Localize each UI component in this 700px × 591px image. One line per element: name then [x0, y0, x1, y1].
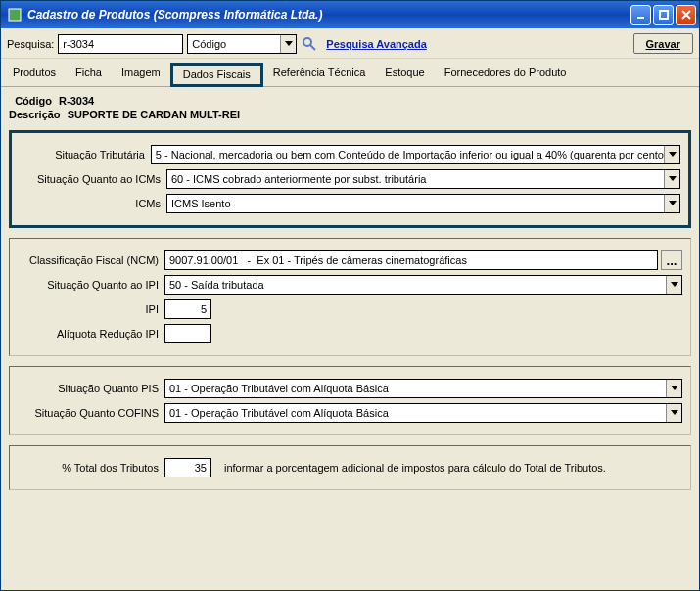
ncm-input[interactable]: [164, 250, 658, 270]
svg-marker-13: [671, 410, 678, 415]
chevron-down-icon: [666, 276, 681, 294]
descricao-line: Descrição SUPORTE DE CARDAN MULT-REI: [9, 109, 691, 120]
aliquota-reducao-ipi-input[interactable]: [164, 324, 211, 343]
advanced-search-link[interactable]: Pesquisa Avançada: [326, 38, 427, 50]
svg-rect-1: [637, 17, 644, 19]
ipi-panel: Classificação Fiscal (NCM) ... Situação …: [9, 238, 691, 356]
search-icon[interactable]: [301, 35, 318, 53]
pct-tributos-label: % Total dos Tributos: [18, 462, 164, 474]
pct-tributos-input[interactable]: [164, 458, 211, 477]
situacao-pis-combo[interactable]: 01 - Operação Tributável com Alíquota Bá…: [164, 379, 682, 398]
svg-marker-9: [669, 176, 677, 181]
close-button[interactable]: [676, 5, 696, 25]
titlebar: Cadastro de Produtos (Scompress Informát…: [1, 1, 699, 28]
svg-point-6: [303, 38, 311, 46]
search-type-combo[interactable]: Código: [187, 34, 297, 54]
search-label: Pesquisa:: [7, 38, 54, 50]
situacao-ipi-value: 50 - Saída tributada: [169, 279, 264, 291]
situacao-ipi-combo[interactable]: 50 - Saída tributada: [164, 275, 682, 295]
chevron-down-icon: [664, 146, 679, 163]
situacao-ipi-label: Situação Quanto ao IPI: [18, 279, 164, 291]
chevron-down-icon: [664, 195, 679, 212]
icms-value: ICMS Isento: [171, 198, 231, 209]
svg-marker-5: [285, 41, 293, 46]
situacao-icms-combo[interactable]: 60 - ICMS cobrado anteriormente por subs…: [166, 169, 680, 189]
tab-produtos[interactable]: Produtos: [3, 63, 66, 87]
pct-tributos-hint: informar a porcentagem adicional de impo…: [224, 462, 606, 474]
situacao-icms-label: Situação Quanto ao ICMs: [20, 173, 166, 185]
situacao-tributaria-combo[interactable]: 5 - Nacional, mercadoria ou bem com Cont…: [151, 145, 680, 164]
search-input[interactable]: [58, 34, 183, 54]
svg-rect-0: [9, 9, 21, 21]
app-icon: [7, 7, 23, 23]
aliquota-reducao-ipi-label: Alíquota Redução IPI: [18, 328, 164, 340]
tab-imagem[interactable]: Imagem: [112, 63, 170, 87]
icms-panel: Situação Tributária 5 - Nacional, mercad…: [9, 130, 691, 228]
situacao-cofins-combo[interactable]: 01 - Operação Tributável com Alíquota Bá…: [164, 403, 682, 423]
tab-content: Código R-3034 Descrição SUPORTE DE CARDA…: [1, 87, 699, 496]
svg-rect-2: [660, 11, 668, 19]
window-buttons: [630, 5, 696, 25]
descricao-label: Descrição: [9, 109, 61, 120]
codigo-label: Código: [15, 95, 52, 107]
app-window: Cadastro de Produtos (Scompress Informát…: [0, 0, 700, 591]
save-button[interactable]: Gravar: [633, 33, 693, 54]
minimize-button[interactable]: [630, 5, 651, 25]
tab-dados-fiscais[interactable]: Dados Fiscais: [170, 63, 263, 87]
pis-cofins-panel: Situação Quanto PIS 01 - Operação Tribut…: [9, 366, 691, 435]
situacao-pis-label: Situação Quanto PIS: [18, 383, 164, 394]
situacao-cofins-label: Situação Quanto COFINS: [18, 407, 164, 419]
situacao-icms-value: 60 - ICMS cobrado anteriormente por subs…: [171, 173, 426, 185]
maximize-button[interactable]: [653, 5, 674, 25]
situacao-tributaria-value: 5 - Nacional, mercadoria ou bem com Cont…: [156, 149, 664, 160]
tab-ficha[interactable]: Ficha: [66, 63, 112, 87]
icms-combo[interactable]: ICMS Isento: [166, 194, 680, 213]
situacao-pis-value: 01 - Operação Tributável com Alíquota Bá…: [169, 383, 389, 394]
situacao-cofins-value: 01 - Operação Tributável com Alíquota Bá…: [169, 407, 389, 419]
svg-marker-8: [669, 152, 677, 157]
chevron-down-icon: [666, 404, 681, 422]
chevron-down-icon: [666, 380, 681, 397]
chevron-down-icon: [280, 35, 296, 53]
ncm-lookup-button[interactable]: ...: [661, 250, 682, 270]
svg-marker-11: [671, 282, 678, 287]
codigo-line: Código R-3034: [9, 95, 691, 107]
tab-referencia-tecnica[interactable]: Referência Técnica: [263, 63, 376, 87]
ipi-input[interactable]: [164, 299, 211, 319]
window-title: Cadastro de Produtos (Scompress Informát…: [27, 8, 630, 22]
chevron-down-icon: [664, 170, 679, 188]
tab-strip: Produtos Ficha Imagem Dados Fiscais Refe…: [1, 59, 699, 87]
search-bar: Pesquisa: Código Pesquisa Avançada Grava…: [1, 28, 699, 59]
ncm-label: Classificação Fiscal (NCM): [18, 254, 164, 266]
codigo-value: R-3034: [59, 95, 94, 107]
svg-line-7: [310, 45, 315, 50]
svg-marker-10: [669, 201, 677, 205]
svg-marker-12: [671, 386, 678, 390]
tributos-panel: % Total dos Tributos informar a porcenta…: [9, 445, 691, 490]
tab-fornecedores[interactable]: Fornecedores do Produto: [435, 63, 577, 87]
icms-label: ICMs: [20, 198, 166, 209]
tab-estoque[interactable]: Estoque: [375, 63, 434, 87]
descricao-value: SUPORTE DE CARDAN MULT-REI: [68, 109, 240, 120]
search-type-value: Código: [192, 38, 226, 50]
situacao-tributaria-label: Situação Tributária: [20, 149, 151, 160]
ipi-label: IPI: [18, 303, 164, 315]
